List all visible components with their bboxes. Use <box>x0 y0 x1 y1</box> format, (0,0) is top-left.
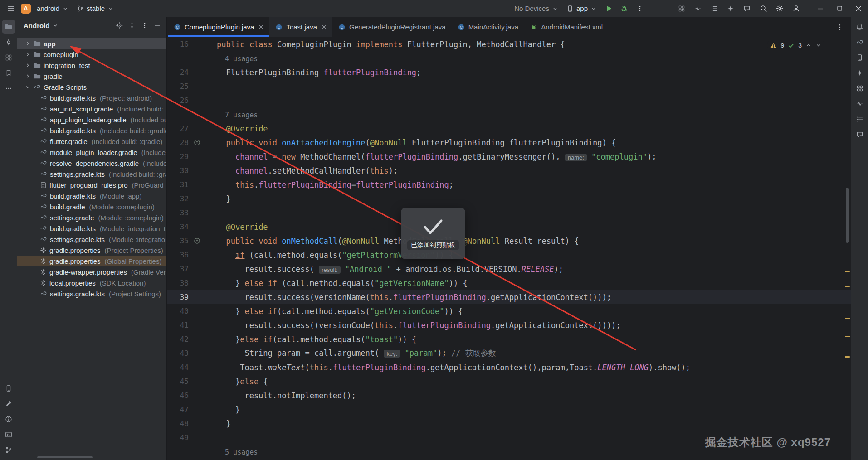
code-line-33[interactable]: 33 <box>167 206 851 220</box>
tree-item-build-gradle-kts[interactable]: build.gradle.kts(Included build: :gradle… <box>17 125 166 136</box>
code-line-32[interactable]: 32 } <box>167 192 851 206</box>
code-line-46[interactable]: 46 result.notImplemented(); <box>167 388 851 402</box>
tree-item-build-gradle[interactable]: build.gradle(Module :comeplugin) <box>17 201 166 212</box>
app-insights-button[interactable] <box>853 97 867 111</box>
tree-item-integration-test[interactable]: integration_test <box>17 60 166 71</box>
layout-inspector-button[interactable] <box>853 82 867 95</box>
run-config-selector[interactable]: app <box>563 3 600 14</box>
chevron-right-icon[interactable] <box>24 51 31 58</box>
code-line-29[interactable]: 29 channel = new MethodChannel(flutterPl… <box>167 150 851 164</box>
problems-button[interactable] <box>2 412 15 426</box>
tree-item-build-gradle-kts[interactable]: build.gradle.kts(Module :integration_tes… <box>17 223 166 234</box>
line-number[interactable]: 39 <box>167 293 189 301</box>
close-tab-icon[interactable] <box>258 24 263 29</box>
inspections-widget[interactable]: 9 3 <box>767 41 824 50</box>
device-selector[interactable]: No Devices <box>511 3 561 14</box>
tab-toast-java[interactable]: CToast.java <box>269 17 332 37</box>
line-number[interactable]: 26 <box>167 96 189 105</box>
search-button[interactable] <box>756 2 770 15</box>
chat-button[interactable] <box>740 2 754 15</box>
profiler-button[interactable] <box>691 2 705 15</box>
override-method-icon[interactable] <box>189 237 205 244</box>
tab-androidmanifest-xml[interactable]: AndroidManifest.xml <box>524 17 609 37</box>
tree-item-comeplugin[interactable]: comeplugin <box>17 49 166 60</box>
build-button[interactable] <box>2 397 15 411</box>
maximize-button[interactable] <box>830 0 849 17</box>
main-menu-button[interactable] <box>4 3 18 15</box>
tab-comepluginplugin-java[interactable]: CComepluginPlugin.java <box>168 17 269 37</box>
tree-item-gradle-properties[interactable]: gradle.properties(Global Properties) <box>17 256 166 266</box>
line-number[interactable]: 27 <box>167 124 189 133</box>
ai-assistant-button[interactable] <box>853 66 867 80</box>
line-number[interactable]: 29 <box>167 152 189 161</box>
chevron-right-icon[interactable] <box>24 62 31 68</box>
previous-problem-icon[interactable] <box>805 42 812 48</box>
gradle-button[interactable] <box>853 35 867 49</box>
code-line-31[interactable]: 31 this.flutterPluginBinding=flutterPlug… <box>167 178 851 192</box>
tree-item-resolve-dependencies-gradle[interactable]: resolve_dependencies.gradle(Included bui… <box>17 158 166 169</box>
line-number[interactable]: 49 <box>167 433 189 442</box>
tree-item-flutter-gradle[interactable]: flutter.gradle(Included build: :gradle) <box>17 136 166 147</box>
more-tools-button[interactable] <box>2 82 15 95</box>
terminal-button[interactable] <box>2 428 15 441</box>
line-number[interactable]: 31 <box>167 180 189 189</box>
line-number[interactable]: 25 <box>167 82 189 91</box>
settings-button[interactable] <box>773 2 786 15</box>
warning-stripe-mark[interactable] <box>845 271 850 272</box>
run-button[interactable] <box>602 3 615 14</box>
code-editor[interactable]: 16public class ComepluginPlugin implemen… <box>167 37 851 460</box>
code-line-34[interactable]: 34 @Override <box>167 220 851 234</box>
line-number[interactable]: 43 <box>167 349 189 358</box>
user-avatar-button[interactable] <box>789 2 803 15</box>
vcs-widget[interactable]: stable <box>73 3 117 14</box>
select-opened-file-icon[interactable] <box>116 22 123 29</box>
code-line-26[interactable]: 26 <box>167 93 851 107</box>
line-number[interactable]: 46 <box>167 391 189 400</box>
tree-item-settings-gradle-kts[interactable]: settings.gradle.kts(Included build: :gra… <box>17 169 166 179</box>
code-line-16[interactable]: 16public class ComepluginPlugin implemen… <box>167 37 851 51</box>
structure-button[interactable] <box>2 51 15 64</box>
line-number[interactable]: 35 <box>167 237 189 245</box>
tree-item-local-properties[interactable]: local.properties(SDK Location) <box>17 277 166 288</box>
project-folder-button[interactable] <box>2 20 15 34</box>
line-number[interactable]: 38 <box>167 279 189 287</box>
code-line-35[interactable]: 35 public void onMethodCall(@NonNull Met… <box>167 234 851 248</box>
minimize-button[interactable] <box>811 0 830 17</box>
usages-inlay-row[interactable]: 4 usages <box>167 51 851 65</box>
tree-item-app[interactable]: app <box>17 38 166 49</box>
line-number[interactable]: 32 <box>167 194 189 203</box>
usages-hint[interactable]: 5 usages <box>225 448 258 456</box>
tab-options-button[interactable] <box>829 17 851 37</box>
line-number[interactable]: 34 <box>167 223 189 231</box>
line-number[interactable]: 36 <box>167 251 189 259</box>
code-line-36[interactable]: 36 if (call.method.equals("getPlatformVe… <box>167 248 851 262</box>
warning-stripe-mark[interactable] <box>845 356 850 358</box>
tab-generatedpluginregistrant-java[interactable]: CGeneratedPluginRegistrant.java <box>332 17 452 37</box>
line-number[interactable]: 42 <box>167 335 189 344</box>
line-number[interactable]: 24 <box>167 68 189 77</box>
line-number[interactable]: 45 <box>167 377 189 386</box>
line-number[interactable]: 37 <box>167 265 189 273</box>
commit-button[interactable] <box>2 35 15 49</box>
chevron-down-icon[interactable] <box>24 84 31 90</box>
code-line-28[interactable]: 28 public void onAttachedToEngine(@NonNu… <box>167 136 851 150</box>
hide-panel-icon[interactable] <box>154 22 161 29</box>
running-devices-button[interactable] <box>2 382 15 395</box>
line-number[interactable]: 30 <box>167 166 189 175</box>
bookmarks-button[interactable] <box>2 66 15 80</box>
code-line-38[interactable]: 38 } else if (call.method.equals("getVer… <box>167 276 851 290</box>
logcat-button[interactable] <box>707 2 721 15</box>
usages-inlay-row[interactable]: 7 usages <box>167 107 851 121</box>
warning-stripe-mark[interactable] <box>845 318 850 319</box>
line-number[interactable]: 16 <box>167 40 189 48</box>
code-line-42[interactable]: 42 }else if(call.method.equals("toast"))… <box>167 332 851 346</box>
code-line-40[interactable]: 40 } else if(call.method.equals("getVers… <box>167 304 851 318</box>
tree-item-build-gradle-kts[interactable]: build.gradle.kts(Project: android) <box>17 92 166 103</box>
tree-item-aar-init-script-gradle[interactable]: aar_init_script.gradle(Included build: :… <box>17 103 166 114</box>
more-actions-button[interactable] <box>633 3 647 14</box>
code-line-43[interactable]: 43 String param = call.argument( key: "p… <box>167 346 851 360</box>
chevron-right-icon[interactable] <box>24 40 31 47</box>
debug-button[interactable] <box>617 3 631 14</box>
code-line-25[interactable]: 25 <box>167 79 851 93</box>
project-view-selector[interactable]: Android <box>24 22 50 29</box>
